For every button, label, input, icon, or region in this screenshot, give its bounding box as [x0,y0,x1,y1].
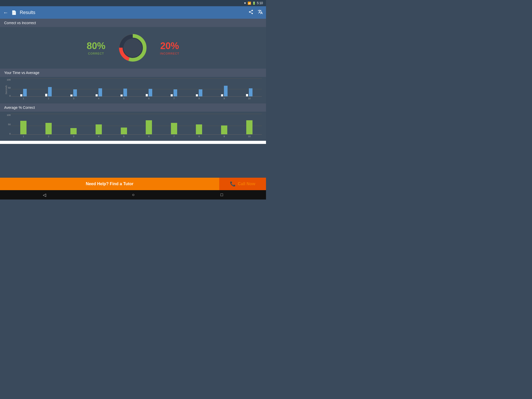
app-bar-actions [248,9,263,16]
time-x-label-2: 2 [36,97,61,100]
green-bar-10 [246,120,252,134]
correct-label: CORRECT [87,52,105,55]
green-bar-9 [221,125,227,134]
avg-bar-group-3 [61,128,86,134]
ad-bar-text: Need Help? Find a Tutor [0,178,219,190]
blue-bar-2 [48,87,52,96]
y-tick-0: 0 [9,95,11,97]
time-x-label-5: 5 [111,97,136,100]
avg-x-label-1: 1 [11,135,36,138]
avg-bar-chart [11,114,262,135]
avg-x-label-9: 9 [212,135,237,138]
white-bar-5 [121,95,123,96]
avg-bar-group-9 [212,125,237,134]
avg-y-tick-50: 50 [8,123,11,126]
green-bar-5 [121,128,127,134]
time-bar-chart [11,78,262,97]
white-bar-1 [20,94,22,96]
blue-bar-4 [98,88,102,97]
incorrect-label: INCORRECT [160,52,179,55]
time-x-label-6: 6 [136,97,162,100]
avg-bar-group-1 [11,121,36,134]
page-title: Results [20,10,245,15]
time-bar-group-6 [136,89,162,96]
nav-bar: ◁ ○ □ [0,190,266,200]
time-bar-group-9 [212,86,237,96]
nav-back-button[interactable]: ◁ [43,192,46,197]
green-bar-4 [96,124,102,134]
white-bar-3 [70,95,72,96]
avg-y-tick-100: 100 [7,114,11,116]
results-icon: 📄 [11,10,17,15]
y-tick-100: 100 [7,78,11,81]
avg-chart-section: 100 50 0 12345678910 [0,112,266,141]
blue-bar-9 [224,86,228,96]
avg-x-label-5: 5 [111,135,136,138]
avg-y-tick-0: 0 [9,132,11,135]
time-bar-group-7 [162,89,187,96]
spacer [0,141,266,144]
white-bar-8 [196,94,198,96]
blue-bar-1 [23,89,27,96]
time-vs-average-header: Your Time vs Average [0,69,266,77]
avg-bar-group-8 [187,124,212,134]
status-icons: ▼ 📶 🔋 5:10 [244,1,263,5]
blue-bar-7 [174,89,177,96]
time-chart-section: Seconds 100 50 0 12345678910 [0,77,266,103]
avg-x-label-10: 10 [237,135,262,138]
call-now-label: Call Now [238,182,255,186]
time-x-label-1: 1 [11,97,36,100]
white-bar-4 [96,94,98,96]
correct-stat: 80% CORRECT [87,41,105,55]
call-now-button[interactable]: 📞 Call Now [219,178,266,190]
nav-recent-button[interactable]: □ [221,192,223,197]
green-bar-3 [70,128,77,134]
avg-bar-group-4 [86,124,111,134]
green-bar-7 [171,123,177,134]
incorrect-percent: 20% [160,41,179,51]
time-x-label-3: 3 [61,97,86,100]
y-tick-50: 50 [8,87,11,89]
nav-home-button[interactable]: ○ [132,192,135,197]
status-bar: ▼ 📶 🔋 5:10 [0,0,266,6]
share-button[interactable] [248,9,254,16]
time-bar-group-10 [237,88,262,96]
time-bar-group-8 [187,89,212,96]
correct-vs-incorrect-header: Correct vs Incorrect [0,19,266,27]
blue-bar-5 [123,89,127,96]
time-bar-group-4 [86,88,111,97]
avg-bar-group-6 [136,120,162,134]
avg-bar-group-2 [36,123,61,134]
phone-icon: 📞 [230,181,236,187]
app-bar: ← 📄 Results [0,6,266,19]
time-x-labels: 12345678910 [11,97,262,100]
correct-percent: 80% [87,41,105,51]
blue-bar-10 [249,88,252,96]
back-button[interactable]: ← [3,10,8,16]
white-bar-10 [246,94,248,96]
avg-bar-group-7 [162,123,187,134]
time-x-label-8: 8 [187,97,212,100]
avg-x-label-7: 7 [162,135,187,138]
white-bar-2 [45,94,47,97]
ad-bar: Need Help? Find a Tutor 📞 Call Now [0,178,266,190]
avg-x-label-6: 6 [136,135,162,138]
avg-x-label-8: 8 [187,135,212,138]
avg-x-label-4: 4 [86,135,111,138]
flag-button[interactable] [258,9,263,16]
avg-x-labels: 12345678910 [11,135,262,138]
time-x-label-9: 9 [212,97,237,100]
white-bar-6 [146,94,148,96]
green-bar-1 [20,121,26,134]
time-x-label-7: 7 [162,97,187,100]
time-bar-group-1 [11,89,36,96]
donut-chart [116,31,150,65]
blue-bar-8 [199,89,202,96]
signal-icon: 📶 [248,2,251,5]
donut-section: 80% CORRECT 20% INCORRECT [0,27,266,69]
time-x-label-10: 10 [237,97,262,100]
green-bar-6 [146,120,152,134]
status-time: 5:10 [257,1,263,5]
white-bar-9 [221,94,223,96]
battery-icon: 🔋 [252,2,256,5]
